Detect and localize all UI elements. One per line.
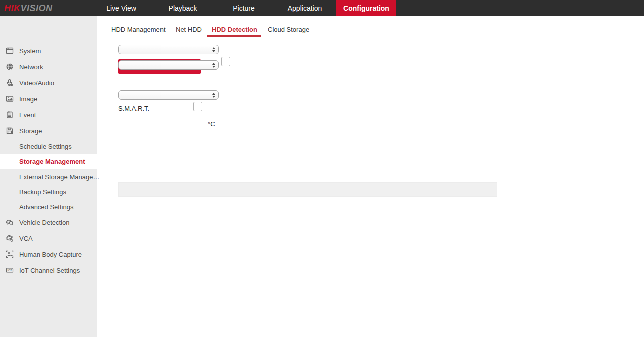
sidebar-item-label: System (19, 47, 41, 55)
sidebar-item-video-audio[interactable]: Video/Audio (0, 75, 97, 91)
nav-item-application[interactable]: Application (288, 0, 323, 16)
sidebar-item-label: Vehicle Detection (19, 219, 69, 226)
sidebar-item-storage-management[interactable]: Storage Management (0, 154, 97, 169)
sidebar-item-label: Image (19, 95, 37, 103)
sidebar-item-label: Backup Settings (19, 188, 66, 196)
nav-item-picture[interactable]: Picture (233, 0, 255, 16)
system-window-icon (6, 47, 14, 55)
smart-table-header (118, 182, 497, 197)
smart-hdd-select-dropdown[interactable] (118, 90, 219, 100)
floppy-disk-icon (6, 127, 14, 135)
sidebar-item-label: Storage (19, 127, 42, 135)
nav-item-configuration[interactable]: Configuration (336, 0, 396, 16)
sidebar-item-storage[interactable]: Storage (0, 123, 97, 139)
select-arrows-icon (212, 63, 215, 68)
sidebar-item-label: Human Body Capture (19, 251, 82, 258)
logo-vision-text: VISION (21, 3, 53, 13)
iot-box-icon: IOT (6, 266, 14, 274)
smart-label: S.M.A.R.T. (118, 105, 149, 112)
picture-icon (6, 95, 14, 103)
sidebar-item-schedule-settings[interactable]: Schedule Settings (0, 139, 97, 154)
sidebar-item-vca[interactable]: VCA (0, 230, 97, 246)
sidebar-item-image[interactable]: Image (0, 91, 97, 107)
vehicle-search-icon (6, 218, 14, 226)
sidebar-item-label: Network (19, 63, 43, 71)
sidebar-item-label: VCA (19, 235, 33, 242)
logo-hik-text: HIK (4, 3, 21, 13)
detection-type-select-dropdown[interactable] (118, 60, 219, 70)
sidebar-item-label: IoT Channel Settings (19, 267, 80, 274)
hdd-select-dropdown[interactable] (118, 45, 219, 54)
sidebar-item-label: Schedule Settings (19, 143, 72, 150)
tab-hdd-detection[interactable]: HDD Detection (212, 26, 257, 34)
smart-checkbox[interactable] (193, 102, 202, 111)
nav-item-playback[interactable]: Playback (169, 0, 197, 16)
sidebar-item-label: Advanced Settings (19, 203, 73, 211)
sidebar-item-advanced-settings[interactable]: Advanced Settings (0, 199, 97, 214)
tab-strip-divider (97, 37, 644, 37)
sidebar-item-external-storage-management[interactable]: External Storage Manage… (0, 169, 97, 184)
tab-cloud-storage[interactable]: Cloud Storage (268, 26, 309, 34)
sidebar-item-backup-settings[interactable]: Backup Settings (0, 184, 97, 199)
temperature-unit-label: °C (208, 120, 215, 128)
sidebar-item-system[interactable]: System (0, 43, 97, 59)
sidebar-item-human-body-capture[interactable]: Human Body Capture (0, 246, 97, 262)
select-arrows-icon (212, 47, 215, 52)
select-arrows-icon (212, 93, 215, 98)
tab-hdd-management[interactable]: HDD Management (111, 26, 166, 34)
main-content: HDD Management Net HDD HDD Detection Clo… (97, 16, 644, 337)
sidebar-item-network[interactable]: Network (0, 59, 97, 75)
sidebar-item-label: Event (19, 111, 36, 119)
vca-sphere-icon (6, 234, 14, 242)
sidebar-item-iot-channel-settings[interactable]: IOT IoT Channel Settings (0, 262, 97, 278)
iot-icon-text: IOT (7, 269, 12, 272)
nav-item-live-view[interactable]: Live View (106, 0, 136, 16)
sidebar-item-label: Storage Management (19, 158, 85, 165)
human-body-icon (6, 250, 14, 258)
sidebar-item-label: Video/Audio (19, 79, 54, 87)
event-notepad-icon (6, 111, 14, 119)
sidebar-item-event[interactable]: Event (0, 107, 97, 123)
sidebar: System Network Video/Audio (0, 16, 97, 337)
detection-checkbox[interactable] (221, 57, 230, 66)
sidebar-item-label: External Storage Manage… (19, 173, 99, 181)
sidebar-item-vehicle-detection[interactable]: Vehicle Detection (0, 214, 97, 230)
hikvision-logo: HIKVISION (4, 0, 53, 16)
microphone-icon (6, 79, 14, 87)
top-navbar: HIKVISION Live View Playback Picture App… (0, 0, 644, 16)
globe-icon (6, 63, 14, 71)
tab-net-hdd[interactable]: Net HDD (176, 26, 202, 34)
